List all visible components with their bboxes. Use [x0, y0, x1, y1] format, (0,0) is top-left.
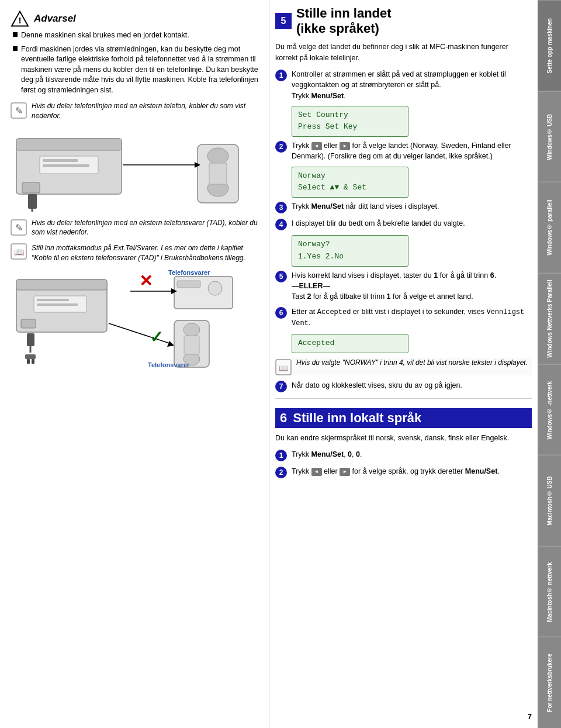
- svg-text:!: !: [18, 15, 21, 25]
- warning-bullet-2: Fordi maskinen jordes via strømledningen…: [13, 44, 259, 96]
- section5-title: Stille inn landet(ikke språket): [296, 6, 392, 37]
- step5-1-menuset: Menu/Set: [311, 92, 344, 100]
- sidebar-tab-windows-usb: Windows® USB: [538, 91, 561, 182]
- warning-title: Advarsel: [34, 13, 76, 25]
- step5-5-badge: 5: [275, 271, 287, 282]
- pencil-icon-2: ✎: [11, 219, 27, 236]
- svg-rect-25: [37, 299, 69, 301]
- italic-note-norway: 📖 Hvis du valgte "NORWAY" i trinn 4, vil…: [275, 358, 532, 375]
- phone-connection-svg: [11, 127, 256, 212]
- step5-6-content: Etter at Accepted er blitt vist i displa…: [292, 306, 532, 329]
- nav-right-icon-2: ►: [340, 468, 350, 476]
- step5-4: 4 I displayet blir du bedt om å bekrefte…: [275, 218, 532, 230]
- svg-rect-29: [177, 281, 200, 288]
- svg-rect-38: [184, 336, 199, 354]
- svg-point-36: [183, 323, 200, 336]
- step5-6: 6 Etter at Accepted er blitt vist i disp…: [275, 306, 532, 329]
- step6-1: 1 Trykk Menu/Set, 0, 0.: [275, 449, 532, 461]
- bullet-square-icon-2: [13, 46, 18, 51]
- step5-2: 2 Trykk ◄ eller ► for å velge landet (No…: [275, 140, 532, 161]
- lcd-set-country: Set Country Press Set Key: [292, 106, 408, 137]
- svg-rect-8: [43, 164, 89, 167]
- svg-text:✕: ✕: [139, 272, 153, 290]
- step5-7: 7 Når dato og klokkeslett vises, skru du…: [275, 380, 532, 392]
- svg-text:Telefonsvarer: Telefonsvarer: [168, 269, 210, 276]
- svg-text:✓: ✓: [150, 328, 163, 346]
- warning-header: ! Advarsel: [11, 11, 259, 27]
- bullet-square-icon: [13, 32, 18, 37]
- sidebar-tab-sette-opp: Sette opp maskinen: [538, 0, 561, 91]
- step6-1-content: Trykk Menu/Set, 0, 0.: [292, 449, 532, 460]
- page-number: 7: [528, 712, 532, 721]
- lcd-confirm-line-1: Norway?: [298, 239, 402, 251]
- step5-2-content: Trykk ◄ eller ► for å velge landet (Norw…: [292, 140, 532, 161]
- illustration-phone-connection: [11, 127, 259, 213]
- sidebar-tab-macintosh-nettverk: Macintosh® nettverk: [538, 546, 561, 637]
- lcd-norway-line-2: Select ▲▼ & Set: [298, 182, 402, 194]
- svg-point-11: [207, 148, 228, 164]
- step5-4-badge: 4: [275, 219, 287, 230]
- lcd-accepted: Accepted: [292, 334, 408, 353]
- section5-heading: 5 Stille inn landet(ikke språket): [275, 6, 532, 37]
- step6-1-badge: 1: [275, 450, 287, 461]
- sidebar-tab-windows-nettverks: Windows Nettverks Parallell: [538, 273, 561, 364]
- svg-rect-9: [22, 182, 40, 193]
- warning-bullet-1-text: Denne maskinen skal brukes med en jordet…: [21, 30, 189, 41]
- step5-1: 1 Kontroller at strømmen er slått på ved…: [275, 69, 532, 101]
- svg-rect-26: [37, 303, 78, 306]
- warning-bullets: Denne maskinen skal brukes med en jordet…: [13, 30, 259, 95]
- lcd-line-2: Press Set Key: [298, 121, 402, 133]
- svg-text:✎: ✎: [15, 223, 23, 233]
- book-note: 📖 Still inn mottaksmodus på Ext.Tel/Svar…: [11, 243, 259, 263]
- svg-rect-27: [21, 319, 36, 328]
- section5-badge: 5: [275, 13, 292, 29]
- svg-rect-16: [28, 194, 37, 209]
- warning-bullet-2-text: Fordi maskinen jordes via strømledningen…: [21, 44, 259, 96]
- sidebar-tab-windows-parallell: Windows® parallell: [538, 182, 561, 273]
- svg-text:📖: 📖: [14, 247, 25, 257]
- warning-triangle-icon: !: [11, 11, 29, 27]
- section6-intro: Du kan endre skjermspråket til norsk, sv…: [275, 433, 532, 444]
- step5-7-content: Når dato og klokkeslett vises, skru du a…: [292, 380, 532, 391]
- section-divider: [275, 398, 532, 399]
- note-text-1: Hvis du deler telefonlinjen med en ekste…: [32, 101, 259, 121]
- step5-7-badge: 7: [275, 381, 287, 392]
- lcd-norway-line-1: Norway: [298, 170, 402, 182]
- svg-rect-13: [209, 163, 227, 184]
- step5-3-content: Trykk Menu/Set når ditt land vises i dis…: [292, 201, 532, 212]
- svg-text:Telefonsvarer: Telefonsvarer: [148, 361, 190, 368]
- svg-rect-23: [16, 280, 107, 290]
- lcd-line-1: Set Country: [298, 109, 402, 122]
- step6-2-content: Trykk ◄ eller ► for å velge språk, og tr…: [292, 466, 532, 477]
- lcd-confirm-line-2: 1.Yes 2.No: [298, 251, 402, 263]
- note-box-2: ✎ Hvis du deler telefonlinjen med en eks…: [11, 218, 259, 238]
- step5-5: 5 Hvis korrekt land vises i displayet, t…: [275, 270, 532, 302]
- note-box-1: ✎ Hvis du deler telefonlinjen med en eks…: [11, 101, 259, 121]
- lcd-norway-select: Norway Select ▲▼ & Set: [292, 167, 408, 198]
- far-right-sidebar: Sette opp maskinen Windows® USB Windows®…: [538, 0, 561, 728]
- nav-right-icon: ►: [340, 142, 350, 150]
- svg-rect-45: [25, 354, 36, 359]
- svg-text:📖: 📖: [279, 363, 289, 373]
- nav-left-icon: ◄: [311, 142, 322, 150]
- illustration-tad-connection: ✕ Telefonsvarer Telefonsvarer ✓: [11, 268, 259, 375]
- italic-note-text: Hvis du valgte "NORWAY" i trinn 4, vil d…: [296, 358, 528, 368]
- step6-2: 2 Trykk ◄ eller ► for å velge språk, og …: [275, 466, 532, 478]
- section6-badge: 6: [280, 410, 287, 426]
- book-note-text: Still inn mottaksmodus på Ext.Tel/Svarer…: [32, 243, 259, 263]
- section5-intro: Du må velge det landet du befinner deg i…: [275, 42, 532, 64]
- step5-6-badge: 6: [275, 307, 287, 319]
- book-icon: 📖: [11, 243, 27, 260]
- lcd-norway-confirm: Norway? 1.Yes 2.No: [292, 235, 408, 267]
- sidebar-tab-for-nettverksbrukere: For nettverksbrukere: [538, 637, 561, 728]
- step5-1-content: Kontroller at strømmen er slått på ved a…: [292, 69, 532, 101]
- sidebar-tab-windows-nettverk: Windows® -nettverk: [538, 364, 561, 456]
- svg-marker-40: [167, 341, 174, 347]
- lcd-accepted-line: Accepted: [298, 337, 402, 350]
- book-icon-2: 📖: [275, 359, 292, 375]
- tad-connection-svg: ✕ Telefonsvarer Telefonsvarer ✓: [11, 268, 256, 373]
- svg-rect-46: [27, 359, 30, 364]
- pencil-icon-1: ✎: [11, 102, 27, 119]
- left-column: ! Advarsel Denne maskinen skal brukes me…: [0, 0, 269, 728]
- svg-rect-47: [32, 359, 34, 364]
